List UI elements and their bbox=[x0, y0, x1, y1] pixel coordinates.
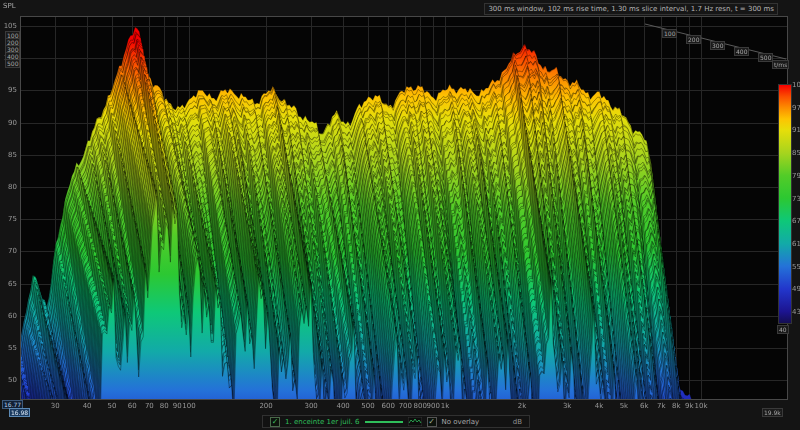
y-tick-85: 85 bbox=[1, 151, 17, 159]
no-overlay-label[interactable]: No overlay bbox=[442, 418, 480, 426]
y-tick-50: 50 bbox=[1, 376, 17, 384]
y-tick-75: 75 bbox=[1, 215, 17, 223]
y-tick-70: 70 bbox=[1, 247, 17, 255]
x-tick-900: 900 bbox=[427, 402, 440, 410]
measurement-name[interactable]: 1. enceinte 1er juil. 6 bbox=[285, 418, 360, 426]
spl-colorbar bbox=[778, 84, 792, 324]
x-axis-max-label: 19.9k bbox=[762, 408, 783, 417]
colorbar-tick-73: 73 bbox=[792, 195, 800, 203]
x-tick-600: 600 bbox=[382, 402, 395, 410]
time-tick-right-200: 200 bbox=[686, 35, 701, 44]
x-tick-80: 80 bbox=[160, 402, 169, 410]
colorbar-tick-67: 67 bbox=[792, 217, 800, 225]
colorbar-tick-55: 55 bbox=[792, 263, 800, 271]
x-tick-8k: 8k bbox=[672, 402, 681, 410]
x-tick-2k: 2k bbox=[518, 402, 527, 410]
time-axis-unit: t/ms bbox=[772, 60, 789, 69]
x-tick-90: 90 bbox=[173, 402, 182, 410]
no-overlay-checkbox[interactable]: ✓ bbox=[427, 417, 437, 427]
x-tick-400: 400 bbox=[336, 402, 349, 410]
x-tick-200: 200 bbox=[259, 402, 272, 410]
x-tick-100: 100 bbox=[182, 402, 195, 410]
x-tick-50: 50 bbox=[107, 402, 116, 410]
x-tick-30: 30 bbox=[51, 402, 60, 410]
y-tick-90: 90 bbox=[1, 119, 17, 127]
y-tick-105: 105 bbox=[1, 22, 17, 30]
colorbar-tick-85: 85 bbox=[792, 149, 800, 157]
x-tick-40: 40 bbox=[83, 402, 92, 410]
time-tick-right-400: 400 bbox=[734, 47, 749, 56]
x-tick-6k: 6k bbox=[640, 402, 649, 410]
time-tick-right-300: 300 bbox=[710, 41, 725, 50]
y-tick-60: 60 bbox=[1, 312, 17, 320]
analysis-settings-text: 300 ms window, 102 ms rise time, 1.30 ms… bbox=[484, 3, 778, 15]
x-tick-700: 700 bbox=[399, 402, 412, 410]
colorbar-tick-91: 91 bbox=[792, 126, 800, 134]
x-tick-300: 300 bbox=[304, 402, 317, 410]
colorbar-tick-43: 43 bbox=[792, 308, 800, 316]
y-tick-80: 80 bbox=[1, 183, 17, 191]
time-tick-right-100: 100 bbox=[662, 29, 677, 38]
waterfall-window: SPL 300 ms window, 102 ms rise time, 1.3… bbox=[0, 0, 800, 430]
x-tick-9k: 9k bbox=[685, 402, 694, 410]
legend-unit-label: dB bbox=[513, 418, 522, 426]
time-tick-left-500: 500 bbox=[5, 59, 20, 68]
y-tick-65: 65 bbox=[1, 280, 17, 288]
colorbar-tick-79: 79 bbox=[792, 172, 800, 180]
y-tick-55: 55 bbox=[1, 344, 17, 352]
x-tick-4k: 4k bbox=[595, 402, 604, 410]
colorbar-tick-49: 49 bbox=[792, 285, 800, 293]
colorbar-bottom-label: 40 bbox=[777, 325, 789, 334]
x-tick-500: 500 bbox=[361, 402, 374, 410]
colorbar-tick-103: 103 bbox=[792, 81, 800, 89]
x-tick-70: 70 bbox=[145, 402, 154, 410]
measurement-checkbox[interactable]: ✓ bbox=[270, 417, 280, 427]
y-axis-title: SPL bbox=[3, 2, 16, 10]
x-tick-5k: 5k bbox=[620, 402, 629, 410]
x-tick-60: 60 bbox=[128, 402, 137, 410]
x-axis-min-label-front: 16.98 bbox=[9, 408, 30, 417]
y-tick-95: 95 bbox=[1, 86, 17, 94]
measurement-thumbnail-icon bbox=[408, 417, 422, 426]
waterfall-plot-canvas[interactable] bbox=[0, 0, 800, 430]
x-tick-7k: 7k bbox=[657, 402, 666, 410]
x-tick-10k: 10k bbox=[695, 402, 708, 410]
x-tick-1k: 1k bbox=[441, 402, 450, 410]
measurement-line-swatch bbox=[365, 421, 403, 423]
colorbar-tick-97: 97 bbox=[792, 104, 800, 112]
legend-bar: ✓ 1. enceinte 1er juil. 6 ✓ No overlay d… bbox=[262, 415, 530, 428]
x-tick-800: 800 bbox=[414, 402, 427, 410]
colorbar-tick-61: 61 bbox=[792, 240, 800, 248]
x-tick-3k: 3k bbox=[563, 402, 572, 410]
